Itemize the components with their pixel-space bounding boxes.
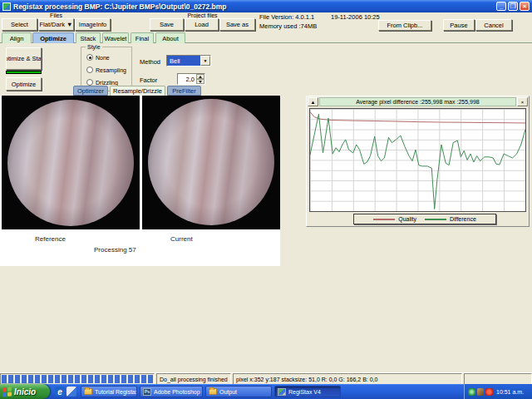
processing-counter: Processing 57 (94, 246, 136, 254)
tab-final[interactable]: Final (131, 32, 154, 43)
subtab-resample-drizzle[interactable]: Resample/Drizzle (110, 86, 165, 96)
tab-stack[interactable]: Stack (76, 32, 101, 43)
reference-image (2, 96, 140, 229)
memory-text: Memory used :74MB (259, 22, 317, 30)
tab-align[interactable]: Align (2, 32, 32, 43)
radio-drizzling[interactable]: Drizzling (86, 79, 118, 86)
factor-label: Factor (140, 76, 157, 84)
registax-icon (278, 388, 286, 396)
taskbar: Inicio e Tutorial Registax 4 Ps Adobe Ph… (0, 384, 532, 399)
factor-spinner[interactable]: 2,0 (177, 73, 205, 85)
radio-none-label: None (96, 55, 110, 61)
internet-explorer-icon[interactable]: e (55, 387, 65, 397)
status-spare-panel (464, 373, 532, 385)
photoshop-icon: Ps (143, 388, 151, 396)
jupiter-reference-image (7, 100, 134, 226)
current-label: Current (170, 235, 193, 243)
radio-none-circle[interactable] (86, 54, 93, 61)
style-groupbox: Style None Resampling Drizzling (81, 47, 132, 91)
optimize-button[interactable]: Optimize (6, 77, 42, 91)
taskbar-item-tutorial-registax[interactable]: Tutorial Registax 4 (81, 386, 137, 397)
main-tab-bar: Align Optimize Stack Wavelet Final About (0, 32, 532, 43)
chevron-down-icon[interactable]: ▼ (200, 56, 210, 66)
spin-down-button[interactable] (196, 79, 204, 84)
toolbar: Files Select Flat/Dark ▼ ImageInfo Proje… (0, 12, 532, 32)
difference-chart (309, 108, 526, 212)
close-graph-button[interactable]: × (517, 97, 528, 106)
legend-difference-label: Difference (450, 216, 476, 222)
style-group-label: Style (86, 44, 102, 50)
subtab-prefilter[interactable]: PreFilter (167, 86, 201, 96)
clock: 10:51 a.m. (496, 389, 524, 395)
tab-wavelet[interactable]: Wavelet (102, 32, 129, 43)
tray-icon-red[interactable] (485, 388, 493, 396)
reference-label: Reference (35, 235, 66, 243)
radio-resampling[interactable]: Resampling (86, 66, 126, 73)
registax-window: Registax processing BMP: C:\Jupiter BMPs… (0, 0, 532, 399)
title-bar: Registax processing BMP: C:\Jupiter BMPs… (0, 0, 532, 12)
taskbar-item-label: RegiStax V4 (288, 389, 321, 395)
load-button[interactable]: Load (185, 18, 219, 31)
status-message: Do_all processing finished (156, 373, 231, 385)
difference-line-swatch (425, 219, 446, 220)
difference-graph-panel: ▲ Average pixel difference :255,998 max … (306, 96, 530, 227)
start-button[interactable]: Inicio (0, 384, 50, 399)
progress-panel (0, 373, 155, 385)
taskbar-item-label: Tutorial Registax 4 (95, 389, 137, 395)
taskbar-item-output[interactable]: Output (205, 386, 272, 397)
close-button[interactable]: × (520, 2, 530, 11)
factor-value: 2,0 (178, 74, 196, 84)
datetime-text: 19-11-2006 10:25 (331, 13, 380, 21)
taskbar-item-photoshop[interactable]: Ps Adobe Photoshop CS3 (140, 386, 203, 397)
optimize-progress-bar (6, 71, 42, 74)
method-label: Method (140, 58, 160, 66)
show-desktop-icon[interactable] (66, 387, 76, 397)
pause-button[interactable]: Pause (443, 19, 475, 31)
app-icon (2, 2, 11, 11)
saveas-button[interactable]: Save as (219, 18, 255, 31)
taskbar-item-label: Adobe Photoshop CS3 (154, 389, 203, 395)
imageinfo-button[interactable]: ImageInfo (75, 18, 111, 31)
method-value: Bell (167, 56, 200, 66)
legend-difference: Difference (425, 216, 476, 222)
cancel-button[interactable]: Cancel (475, 19, 512, 31)
collapse-graph-button[interactable]: ▲ (308, 97, 318, 106)
radio-none[interactable]: None (86, 54, 110, 61)
current-image (142, 96, 280, 229)
from-clipboard-button[interactable]: From Clipb... (378, 20, 431, 31)
taskbar-item-label: Output (219, 389, 237, 395)
subtab-optimizer[interactable]: Optimizer (73, 86, 108, 96)
radio-resampling-label: Resampling (96, 67, 126, 73)
tab-about[interactable]: About (155, 32, 185, 43)
flatdark-button[interactable]: Flat/Dark ▼ (38, 18, 74, 31)
optimize-and-stack-button[interactable]: Optimize & Stack (6, 47, 42, 70)
folder-icon (209, 388, 217, 395)
folder-icon (84, 388, 92, 395)
radio-drizzling-circle[interactable] (86, 79, 93, 86)
restore-button[interactable]: ❐ (508, 2, 518, 11)
chart-legend: Quality Difference (353, 214, 496, 224)
jupiter-current-image (148, 99, 274, 225)
system-tray: 10:51 a.m. (464, 384, 532, 399)
files-group-label: Files (2, 12, 111, 18)
image-compare-panel: Reference Current Processing 57 (0, 96, 280, 266)
radio-resampling-circle[interactable] (86, 66, 93, 73)
tab-optimize[interactable]: Optimize (32, 32, 74, 43)
tray-icon-brown[interactable] (477, 388, 484, 396)
file-version-text: File Version: 4.0.1.1 (259, 13, 314, 21)
taskbar-item-registax[interactable]: RegiStax V4 (274, 386, 341, 397)
method-combobox[interactable]: Bell ▼ (166, 55, 211, 66)
status-bar: Do_all processing finished pixel x:352 y… (0, 372, 532, 384)
legend-quality: Quality (373, 216, 416, 222)
chart-lines (310, 109, 525, 211)
radio-drizzling-label: Drizzling (96, 80, 118, 86)
tray-icon-green[interactable] (468, 388, 475, 396)
start-button-label: Inicio (14, 387, 36, 397)
select-button[interactable]: Select (2, 18, 37, 31)
minimize-button[interactable]: _ (496, 2, 506, 11)
progress-blocks (2, 375, 153, 383)
pixel-info: pixel x:352 y:187 stacksize: 51,0 R: 0,0… (233, 373, 462, 385)
project-files-group-label: Project files (150, 12, 255, 18)
graph-title: Average pixel difference :255,998 max :2… (319, 97, 516, 106)
save-button[interactable]: Save (150, 18, 184, 31)
